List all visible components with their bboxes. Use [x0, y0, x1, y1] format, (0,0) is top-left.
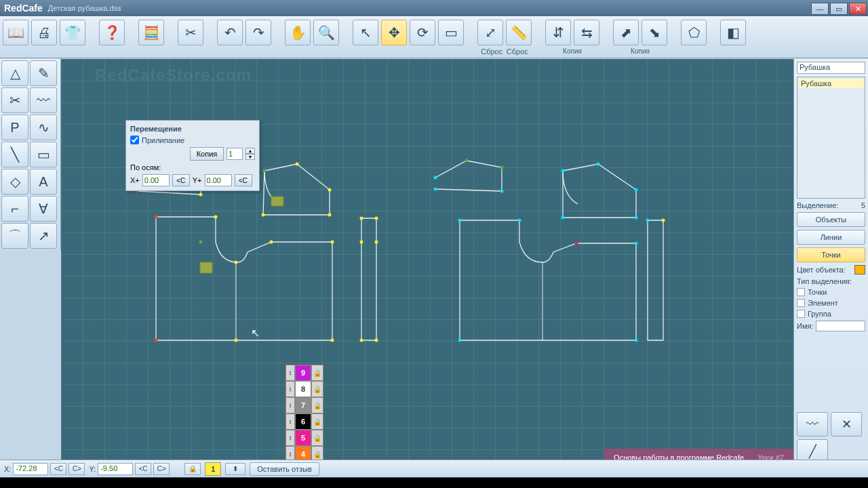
layer-lock[interactable]: 🔒: [311, 381, 323, 397]
rotate-button[interactable]: ⟳: [410, 20, 435, 45]
x-lc-button[interactable]: <C: [172, 174, 190, 186]
layer-arrow[interactable]: ↕: [285, 397, 295, 413]
layer-popup[interactable]: ↕ 9 🔒↕ 8 🔒↕ 7 🔒↕ 6 🔒↕ 5 🔒↕ 4 🔒↕ 3 🔒↕ 2 🔒…: [285, 364, 332, 466]
spin-up[interactable]: ▲: [245, 148, 255, 154]
polygon-tool[interactable]: ◇: [1, 169, 28, 195]
svg-point-45: [662, 219, 665, 222]
pen-tool[interactable]: ✎: [30, 60, 57, 86]
snap-checkbox[interactable]: Прилипание: [130, 136, 255, 144]
objects-button[interactable]: Объекты: [797, 212, 865, 227]
move-y-input[interactable]: [205, 174, 232, 186]
cb-element[interactable]: Элемент: [797, 299, 865, 307]
line-tool[interactable]: ╲: [1, 142, 28, 167]
ruler-button[interactable]: 📏: [506, 20, 532, 45]
move-panel[interactable]: Перемещение Прилипание Копия ▲▼ По осям:…: [125, 120, 260, 191]
svg-point-31: [500, 190, 504, 193]
shape2-button[interactable]: ◧: [720, 20, 746, 45]
triangle-tool[interactable]: △: [1, 60, 28, 86]
rect-tool[interactable]: ▭: [30, 142, 57, 167]
layer-swatch-9[interactable]: 9: [295, 365, 311, 381]
lock-icon[interactable]: 🔒: [184, 463, 201, 475]
cb-points[interactable]: Точки: [797, 288, 865, 296]
garment-button[interactable]: 👕: [60, 20, 85, 45]
spin-down[interactable]: ▼: [245, 154, 255, 160]
print-button[interactable]: 🖨: [31, 20, 57, 45]
layer-arrow[interactable]: ↕: [285, 365, 295, 381]
layer-swatch-6[interactable]: 6: [295, 413, 311, 430]
object-list[interactable]: Рубашка: [797, 77, 865, 199]
scale-button[interactable]: ▭: [438, 20, 464, 45]
svg-point-9: [262, 214, 265, 217]
layer-swatch-5[interactable]: 5: [295, 430, 311, 446]
mirror-v-button[interactable]: ⇵: [545, 20, 571, 45]
layer-picker[interactable]: ⬍: [225, 463, 245, 475]
layer-lock[interactable]: 🔒: [311, 430, 323, 446]
move-button[interactable]: ✥: [381, 20, 407, 45]
copy-count-input[interactable]: [226, 148, 243, 160]
svg-point-23: [375, 217, 378, 220]
curve1-tool[interactable]: 〰: [30, 87, 57, 113]
curve-mode-button[interactable]: 〰: [797, 412, 828, 436]
corner-tool[interactable]: ⌐: [1, 196, 28, 222]
copy-button[interactable]: Копия: [190, 147, 224, 161]
a2-tool[interactable]: Ɐ: [30, 196, 57, 222]
layer-swatch-7[interactable]: 7: [295, 397, 311, 413]
svg-point-40: [518, 219, 521, 222]
minimize-button[interactable]: —: [811, 3, 829, 15]
svg-point-33: [561, 169, 565, 173]
layer-lock[interactable]: 🔒: [311, 397, 323, 413]
attach-button[interactable]: ⬈: [613, 20, 639, 45]
current-layer[interactable]: 1: [205, 462, 221, 476]
cb-group[interactable]: Группа: [797, 310, 865, 318]
file-open-button[interactable]: 📖: [3, 20, 28, 45]
svg-point-14: [199, 241, 203, 244]
cross-mode-button[interactable]: ✕: [831, 412, 862, 436]
svg-point-17: [331, 339, 334, 342]
undo-button[interactable]: ↶: [217, 20, 243, 45]
list-item[interactable]: Рубашка: [799, 79, 863, 88]
arrow-tool[interactable]: ↗: [30, 223, 57, 249]
text-tool[interactable]: A: [30, 169, 57, 195]
canvas[interactable]: RedCafeStore.com Перемещение Прилип: [61, 59, 793, 466]
calculator-button[interactable]: 🧮: [138, 20, 164, 45]
layer-lock[interactable]: 🔒: [311, 365, 323, 381]
layer-swatch-8[interactable]: 8: [295, 381, 311, 397]
x-cg[interactable]: C>: [68, 463, 85, 475]
curve2-tool[interactable]: ∿: [30, 115, 57, 140]
arc-tool[interactable]: ⌒: [1, 223, 28, 249]
svg-point-41: [575, 242, 578, 245]
layer-arrow[interactable]: ↕: [285, 430, 295, 446]
p-tool[interactable]: P: [1, 115, 28, 140]
maximize-button[interactable]: ▭: [830, 3, 848, 15]
scissor-tool[interactable]: ✂: [1, 87, 28, 113]
object-color-swatch[interactable]: [854, 265, 865, 274]
layer-lock[interactable]: 🔒: [311, 413, 323, 430]
help-button[interactable]: ❓: [99, 20, 125, 45]
cursor-icon: ↖: [251, 327, 260, 340]
layer-arrow[interactable]: ↕: [285, 381, 295, 397]
y-cg[interactable]: C>: [153, 463, 170, 475]
zoom-button[interactable]: 🔍: [313, 20, 339, 45]
layer-arrow[interactable]: ↕: [285, 413, 295, 430]
svg-point-24: [375, 241, 378, 244]
name-input[interactable]: [816, 321, 865, 331]
y-lc[interactable]: <C: [135, 463, 151, 475]
mirror-diag-button[interactable]: ⤢: [477, 20, 503, 45]
y-lc-button[interactable]: <C: [235, 174, 252, 186]
lines-button[interactable]: Линии: [797, 230, 865, 245]
object-name-field[interactable]: Рубашка: [797, 62, 865, 74]
feedback-button[interactable]: Оставить отзыв: [250, 462, 319, 476]
mirror-h-button[interactable]: ⇆: [574, 20, 599, 45]
detach-button[interactable]: ⬊: [642, 20, 667, 45]
close-button[interactable]: ✕: [849, 3, 867, 15]
pan-button[interactable]: ✋: [285, 20, 311, 45]
move-x-input[interactable]: [142, 174, 170, 186]
x-lc[interactable]: <C: [50, 463, 66, 475]
select-button[interactable]: ↖: [353, 20, 378, 45]
points-button[interactable]: Точки: [797, 247, 865, 262]
main-toolbar: 📖 🖨 👕 ❓ 🧮 ✂ ↶ ↷ ✋ 🔍 ↖ ✥ ⟳ ▭ ⤢ 📏 Сброс Сб…: [0, 16, 868, 58]
shape1-button[interactable]: ⬠: [681, 20, 707, 45]
right-panel: Рубашка Рубашка Выделение: 5 Объекты Лин…: [793, 59, 868, 466]
delete-button[interactable]: ✂: [178, 20, 203, 45]
redo-button[interactable]: ↷: [245, 20, 271, 45]
